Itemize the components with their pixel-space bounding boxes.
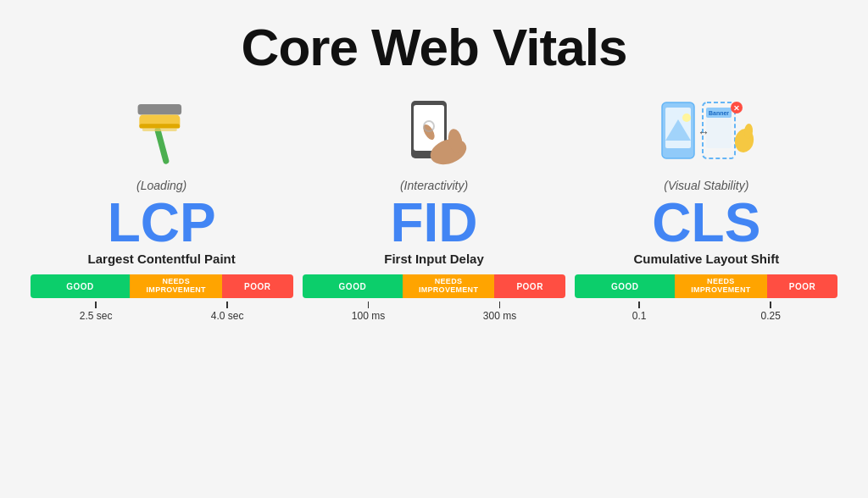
fid-bar-labels: 100 ms 300 ms — [303, 302, 565, 322]
cls-bar-good: GOOD — [575, 274, 675, 298]
fid-bar-needs: NEEDS IMPROVEMENT — [403, 274, 495, 298]
cls-bar-poor: POOR — [767, 274, 838, 298]
paint-roller-icon — [128, 98, 196, 166]
metric-cls: Banner ✕ ↔ (Visual Stability) CLS Cumula… — [575, 86, 837, 490]
cls-tick-1: 0.1 — [632, 302, 647, 322]
fid-bar-good: GOOD — [303, 274, 403, 298]
fid-subtitle: (Interactivity) — [400, 179, 468, 192]
cls-subtitle: (Visual Stability) — [664, 179, 748, 192]
lcp-bar-poor: POOR — [222, 274, 293, 298]
lcp-bar: GOOD NEEDS IMPROVEMENT POOR — [31, 274, 293, 298]
svg-text:↔: ↔ — [698, 125, 709, 139]
metric-fid: (Interactivity) FID First Input Delay GO… — [303, 86, 565, 490]
svg-rect-4 — [142, 129, 177, 132]
lcp-description: Largest Contentful Paint — [88, 252, 236, 266]
cls-bar-needs: NEEDS IMPROVEMENT — [675, 274, 767, 298]
fid-bar: GOOD NEEDS IMPROVEMENT POOR — [303, 274, 565, 298]
lcp-icon-area — [128, 86, 196, 179]
metrics-columns: (Loading) LCP Largest Contentful Paint G… — [25, 86, 843, 490]
svg-text:Banner: Banner — [709, 110, 729, 116]
fid-bar-poor: POOR — [494, 274, 565, 298]
fid-tick-2: 300 ms — [483, 302, 516, 322]
lcp-bar-good: GOOD — [31, 274, 131, 298]
cls-bar: GOOD NEEDS IMPROVEMENT POOR — [575, 274, 837, 298]
lcp-bar-container: GOOD NEEDS IMPROVEMENT POOR 2.5 sec 4.0 … — [31, 274, 293, 322]
phone-tap-icon — [387, 97, 481, 169]
lcp-tick-2: 4.0 sec — [211, 302, 244, 322]
svg-text:✕: ✕ — [733, 104, 740, 113]
lcp-acronym: LCP — [108, 196, 216, 250]
fid-description: First Input Delay — [384, 252, 484, 266]
fid-tick-1: 100 ms — [352, 302, 385, 322]
metric-lcp: (Loading) LCP Largest Contentful Paint G… — [31, 86, 293, 490]
lcp-bar-needs: NEEDS IMPROVEMENT — [130, 274, 222, 298]
fid-acronym: FID — [390, 196, 477, 250]
svg-rect-0 — [153, 127, 169, 165]
lcp-subtitle: (Loading) — [136, 179, 186, 192]
page-title: Core Web Vitals — [242, 17, 627, 77]
fid-icon-area — [387, 86, 481, 179]
svg-rect-1 — [137, 104, 181, 114]
cls-tick-2: 0.25 — [760, 302, 780, 322]
svg-rect-3 — [139, 124, 180, 128]
lcp-bar-labels: 2.5 sec 4.0 sec — [31, 302, 293, 322]
lcp-tick-1: 2.5 sec — [80, 302, 113, 322]
cls-icon-area: Banner ✕ ↔ — [655, 86, 757, 179]
svg-point-14 — [682, 113, 691, 122]
cls-acronym: CLS — [652, 196, 760, 250]
cls-description: Cumulative Layout Shift — [633, 252, 779, 266]
cls-bar-container: GOOD NEEDS IMPROVEMENT POOR 0.1 0.25 — [575, 274, 837, 322]
layout-shift-icon: Banner ✕ ↔ — [655, 94, 757, 170]
cls-bar-labels: 0.1 0.25 — [575, 302, 837, 322]
fid-bar-container: GOOD NEEDS IMPROVEMENT POOR 100 ms 300 m… — [303, 274, 565, 322]
